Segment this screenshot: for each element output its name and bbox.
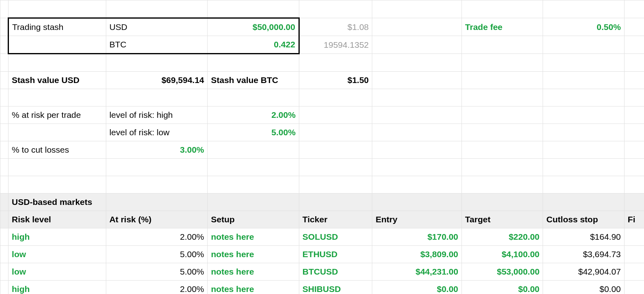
row-risk[interactable]: low <box>9 263 106 281</box>
cell[interactable] <box>624 36 644 54</box>
usd-rate[interactable]: $1.08 <box>299 18 372 36</box>
cell[interactable] <box>372 159 462 176</box>
trade-fee-value[interactable]: 0.50% <box>543 18 625 36</box>
cell[interactable] <box>0 263 9 281</box>
row-target[interactable]: $53,000.00 <box>462 263 543 281</box>
cell[interactable] <box>543 107 625 124</box>
cell[interactable] <box>624 124 644 141</box>
cell[interactable] <box>624 159 644 176</box>
cell[interactable] <box>208 54 299 72</box>
stash-value-btc[interactable]: $1.50 <box>299 72 372 89</box>
stash-value-btc-label[interactable]: Stash value BTC <box>208 72 299 89</box>
cell[interactable] <box>543 176 625 194</box>
cell[interactable] <box>462 159 543 176</box>
cell[interactable] <box>624 141 644 159</box>
cell[interactable] <box>9 176 106 194</box>
cell[interactable] <box>624 246 644 263</box>
row-atrisk[interactable]: 2.00% <box>106 281 208 294</box>
cell[interactable] <box>0 18 9 36</box>
row-atrisk[interactable]: 2.00% <box>106 228 208 246</box>
cell[interactable] <box>0 194 9 211</box>
risk-low-label[interactable]: level of risk: low <box>106 124 208 141</box>
cell[interactable] <box>624 89 644 107</box>
row-cutloss[interactable]: $3,694.73 <box>543 246 625 263</box>
cell[interactable] <box>208 89 299 107</box>
col-setup[interactable]: Setup <box>208 211 299 228</box>
cell[interactable] <box>372 18 462 36</box>
cell[interactable] <box>106 159 208 176</box>
row-risk[interactable]: high <box>9 228 106 246</box>
cell[interactable] <box>543 124 625 141</box>
cell[interactable] <box>372 124 462 141</box>
cell[interactable] <box>462 194 543 211</box>
cell[interactable] <box>624 107 644 124</box>
spreadsheet-grid[interactable]: Trading stash USD $50,000.00 $1.08 Trade… <box>0 0 644 294</box>
stash-btc-label[interactable]: BTC <box>106 36 208 54</box>
row-setup[interactable]: notes here <box>208 281 299 294</box>
cell[interactable] <box>208 176 299 194</box>
cell[interactable] <box>0 0 9 18</box>
risk-high-value[interactable]: 2.00% <box>208 107 299 124</box>
cell[interactable] <box>372 36 462 54</box>
cell[interactable] <box>462 89 543 107</box>
cell[interactable] <box>372 0 462 18</box>
cell[interactable] <box>208 159 299 176</box>
row-cutloss[interactable]: $164.90 <box>543 228 625 246</box>
cell[interactable] <box>372 194 462 211</box>
trade-fee-label[interactable]: Trade fee <box>462 18 543 36</box>
risk-low-value[interactable]: 5.00% <box>208 124 299 141</box>
row-entry[interactable]: $3,809.00 <box>372 246 462 263</box>
cell[interactable] <box>299 176 372 194</box>
cell[interactable] <box>299 0 372 18</box>
cell[interactable] <box>0 141 9 159</box>
cell[interactable] <box>624 54 644 72</box>
stash-value-usd-label[interactable]: Stash value USD <box>9 72 106 89</box>
cell[interactable] <box>106 54 208 72</box>
stash-usd-label[interactable]: USD <box>106 18 208 36</box>
cell[interactable] <box>106 89 208 107</box>
cell[interactable] <box>106 176 208 194</box>
row-target[interactable]: $0.00 <box>462 281 543 294</box>
cell[interactable] <box>9 0 106 18</box>
cell[interactable] <box>9 54 106 72</box>
cell[interactable] <box>543 54 625 72</box>
cell[interactable] <box>0 281 9 294</box>
cell[interactable] <box>543 72 625 89</box>
cell[interactable] <box>0 72 9 89</box>
section-usd-markets[interactable]: USD-based markets <box>9 194 106 211</box>
cell[interactable] <box>0 211 9 228</box>
row-risk[interactable]: low <box>9 246 106 263</box>
row-setup[interactable]: notes here <box>208 246 299 263</box>
cell[interactable] <box>0 36 9 54</box>
cell[interactable] <box>208 194 299 211</box>
cell[interactable] <box>543 159 625 176</box>
cell[interactable] <box>9 124 106 141</box>
cell[interactable] <box>299 124 372 141</box>
cell[interactable] <box>462 54 543 72</box>
cell[interactable] <box>372 72 462 89</box>
cell[interactable] <box>0 89 9 107</box>
row-atrisk[interactable]: 5.00% <box>106 246 208 263</box>
cell[interactable] <box>208 0 299 18</box>
cell[interactable] <box>0 228 9 246</box>
cell[interactable] <box>462 72 543 89</box>
cell[interactable] <box>299 54 372 72</box>
col-target[interactable]: Target <box>462 211 543 228</box>
cell[interactable] <box>372 141 462 159</box>
cell[interactable] <box>462 176 543 194</box>
cell[interactable] <box>543 0 625 18</box>
col-entry[interactable]: Entry <box>372 211 462 228</box>
cell[interactable] <box>543 194 625 211</box>
cell[interactable] <box>462 36 543 54</box>
cell[interactable] <box>372 89 462 107</box>
cell[interactable] <box>372 176 462 194</box>
cell[interactable] <box>299 107 372 124</box>
cell[interactable] <box>624 281 644 294</box>
cell[interactable] <box>0 107 9 124</box>
cell[interactable] <box>462 141 543 159</box>
cell[interactable] <box>0 54 9 72</box>
row-setup[interactable]: notes here <box>208 228 299 246</box>
row-entry[interactable]: $0.00 <box>372 281 462 294</box>
cell[interactable] <box>372 54 462 72</box>
cell[interactable] <box>462 124 543 141</box>
